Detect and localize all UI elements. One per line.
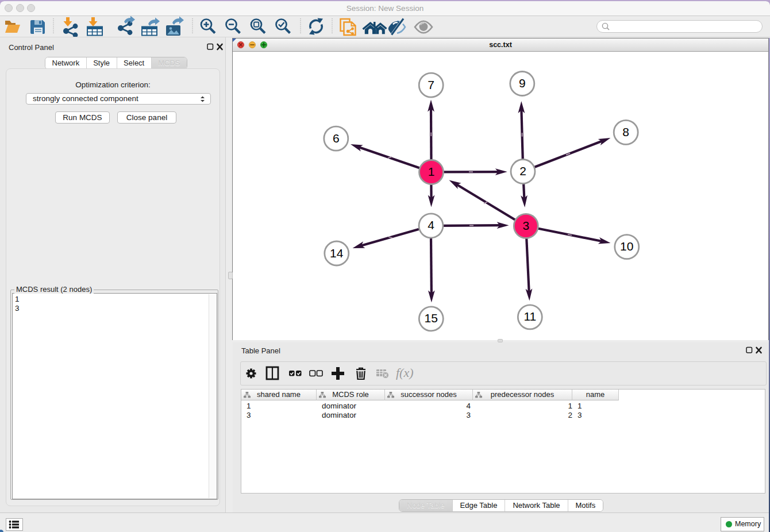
svg-text:1: 1: [428, 165, 435, 178]
svg-text:f(x): f(x): [396, 365, 414, 380]
svg-text:14: 14: [330, 246, 344, 260]
svg-text:10: 10: [620, 240, 633, 253]
svg-text:7: 7: [428, 78, 434, 91]
svg-text:2: 2: [519, 164, 526, 178]
svg-text:8: 8: [622, 125, 629, 138]
svg-text:4: 4: [428, 218, 434, 232]
svg-text:3: 3: [522, 219, 529, 232]
svg-text:11: 11: [523, 310, 536, 323]
svg-text:6: 6: [333, 132, 340, 145]
svg-text:9: 9: [519, 76, 526, 90]
svg-text:15: 15: [425, 311, 438, 325]
